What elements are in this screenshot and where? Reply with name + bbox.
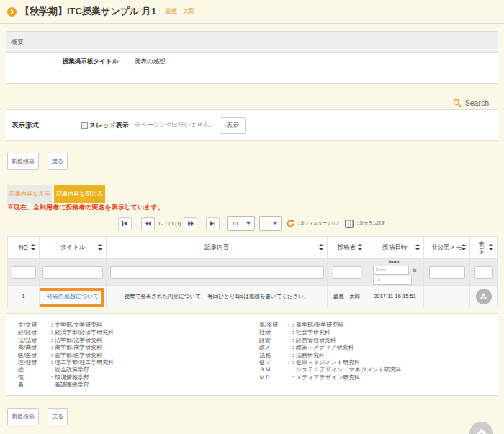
- legend-abbr: 看: [18, 381, 49, 389]
- legend-name: ：総合政策学部: [49, 366, 89, 374]
- col-header-date[interactable]: 投稿日時: [366, 237, 424, 259]
- sort-icon[interactable]: [415, 244, 420, 250]
- col-header-show[interactable]: 表示: [470, 237, 498, 259]
- legend-abbr: 健マ: [259, 359, 290, 366]
- search-row: Search: [0, 84, 504, 109]
- show-filter-input[interactable]: [474, 266, 493, 279]
- caret-down-icon: [246, 222, 251, 225]
- legend-abbr: 医/医研: [18, 352, 49, 359]
- col-header-no[interactable]: NO: [8, 237, 40, 259]
- legend-item: 法務：法務研究科: [259, 352, 498, 359]
- search-link[interactable]: Search: [465, 99, 489, 107]
- col-header-memo[interactable]: 非公開メモ: [424, 237, 470, 259]
- page-title: 【秋学期】ITC授業サンプル 月1: [20, 5, 156, 18]
- first-page-button[interactable]: [118, 217, 132, 230]
- last-page-button[interactable]: [206, 217, 220, 230]
- thread-display-label: スレッド表示: [89, 121, 129, 130]
- legend-abbr: 商/商研: [18, 344, 49, 351]
- sort-icon[interactable]: [489, 244, 493, 250]
- legend-item: 薬/薬研：薬学部/薬学研究科: [259, 322, 498, 329]
- page-size-value: 10: [232, 221, 238, 226]
- col-label: NO: [19, 244, 28, 251]
- date-from-input[interactable]: [373, 266, 409, 275]
- prev-page-button[interactable]: [141, 217, 155, 230]
- search-icon[interactable]: [453, 99, 462, 107]
- tab-close-content[interactable]: 記事内容を閉じる: [54, 185, 105, 203]
- date-to-input[interactable]: [373, 276, 412, 285]
- legend-item: 政メ：政策・メディア研究科: [259, 344, 498, 351]
- bottom-actions: 新規投稿 戻る: [7, 408, 497, 425]
- cell-date: 2017-11-16 15:51: [366, 286, 424, 307]
- cell-content: 授業で発表された内容について、 毎回ひとり1回は感想を書いてください。: [107, 286, 328, 307]
- legend-item: 理/理研：理工学部/理工学研究科: [18, 359, 259, 366]
- user-link-given[interactable]: 太郎: [183, 7, 195, 16]
- column-config-icon[interactable]: [345, 220, 354, 228]
- bullet-icon: [7, 7, 17, 17]
- refresh-icon[interactable]: [287, 220, 294, 227]
- chevron-up-icon: [476, 428, 487, 434]
- legend-name: ：メディアデザイン研究科: [290, 374, 361, 381]
- back-button-bottom[interactable]: 戻る: [48, 408, 68, 425]
- column-config-tool: ：表カラム設定: [345, 220, 385, 228]
- date-filter-from-label: from: [373, 259, 415, 264]
- row-action-button[interactable]: [476, 289, 492, 304]
- legend-name: ：政策・メディア研究科: [290, 344, 354, 351]
- no-filter-input[interactable]: [12, 266, 36, 279]
- tab-show-content[interactable]: 記事内容を表示: [7, 185, 52, 203]
- page-range-info: 1 - 1 / 1 (1): [158, 221, 181, 226]
- sort-icon[interactable]: [319, 244, 323, 250]
- paging-note: ※ページングは行いません。: [135, 121, 215, 130]
- legend-abbr: 総: [18, 366, 49, 374]
- title-filter-input[interactable]: [42, 266, 103, 279]
- page-size-select[interactable]: 10: [227, 216, 255, 231]
- legend-abbr: 文/文研: [18, 322, 49, 329]
- sort-icon[interactable]: [31, 244, 35, 250]
- cell-action: [470, 286, 498, 307]
- col-header-content[interactable]: 記事内容: [107, 237, 328, 259]
- cell-memo: [424, 286, 470, 307]
- table-header-row: NO タイトル 記事内容 投稿者 投稿日時 非公開メモ 表示: [8, 237, 498, 259]
- next-page-button[interactable]: [184, 217, 197, 230]
- legend-item: 環：環境情報学部: [18, 374, 259, 381]
- new-post-button[interactable]: 新規投稿: [7, 153, 39, 170]
- table-row: 1 発表の感想について 授業で発表された内容について、 毎回ひとり1回は感想を書…: [8, 286, 498, 307]
- post-title-link[interactable]: 発表の感想について: [47, 293, 99, 299]
- sort-icon[interactable]: [98, 244, 102, 250]
- legend-name: ：理工学部/理工学研究科: [49, 359, 114, 366]
- cell-author: 慶應 太郎: [328, 286, 366, 307]
- col-header-author[interactable]: 投稿者: [328, 237, 366, 259]
- skip-last-icon: [210, 221, 215, 226]
- display-format-label: 表示形式: [12, 121, 39, 130]
- back-button[interactable]: 戻る: [48, 153, 68, 170]
- overview-card: 概要 授業掲示板タイトル:発表の感想: [6, 31, 498, 84]
- legend-abbr: 政メ: [259, 344, 290, 351]
- legend-item: 商/商研：商学部/商学研究科: [18, 344, 259, 351]
- legend-item: 社研：社会学研究科: [259, 329, 498, 336]
- col-header-title[interactable]: タイトル: [40, 237, 107, 259]
- legend-name: ：システムデザイン・マネジメント研究科: [290, 366, 402, 374]
- content-filter-input[interactable]: [110, 266, 324, 279]
- legend-item: 総：総合政策学部: [18, 366, 259, 374]
- user-link-family[interactable]: 慶應: [165, 7, 177, 16]
- table-filter-row: from to: [8, 259, 498, 286]
- column-config-label: ：表カラム設定: [355, 220, 385, 227]
- memo-filter-input[interactable]: [429, 266, 465, 279]
- col-label: 非公開メモ: [431, 243, 462, 250]
- legend-abbr: 法務: [259, 352, 290, 359]
- display-button[interactable]: 表示: [220, 117, 246, 134]
- sort-icon[interactable]: [462, 244, 466, 250]
- col-label: 表示: [478, 240, 485, 255]
- thread-display-checkbox[interactable]: [81, 122, 88, 129]
- board-title-value: 発表の感想: [135, 58, 166, 65]
- legend-item: 法/法研：法学部/法学研究科: [18, 337, 259, 344]
- posts-table: NO タイトル 記事内容 投稿者 投稿日時 非公開メモ 表示 from to 1…: [7, 236, 498, 307]
- sort-icon[interactable]: [358, 244, 362, 250]
- legend-name: ：経営管理研究科: [290, 337, 336, 344]
- author-filter-input[interactable]: [333, 266, 361, 279]
- new-post-button-bottom[interactable]: 新規投稿: [7, 408, 39, 425]
- legend-abbr: 法/法研: [18, 337, 49, 344]
- col-label: 投稿者: [338, 243, 356, 250]
- page-number-select[interactable]: 1: [259, 216, 282, 231]
- pagination: 1 - 1 / 1 (1) 10 1 ：表フィルタークリア ：表カラム設定: [0, 216, 504, 231]
- legend-abbr: 環: [18, 374, 49, 381]
